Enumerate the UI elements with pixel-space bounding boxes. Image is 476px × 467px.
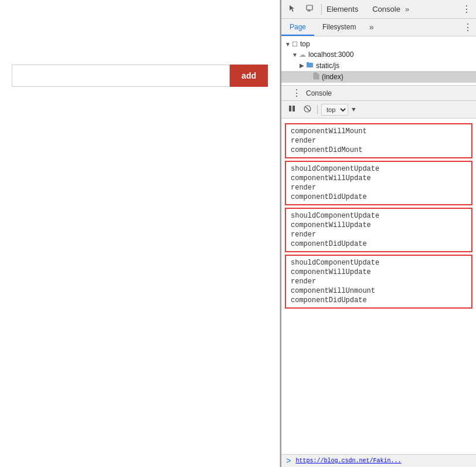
log-entry: shouldComponentUpdate [290, 164, 468, 174]
log-entry: shouldComponentUpdate [290, 258, 468, 268]
log-entry: componentWillUpdate [290, 174, 468, 183]
svg-rect-1 [308, 10, 310, 11]
log-area: componentWillMount render componentDidMo… [281, 119, 476, 454]
devtools-panel: Elements Console » ⋮ Page Filesystem » ⋮… [280, 0, 476, 467]
cloud-icon: ☁ [299, 50, 306, 59]
toolbar-sep [317, 105, 318, 114]
devtools-topbar: Elements Console » ⋮ [281, 0, 476, 19]
input-row: add [12, 65, 268, 87]
tree-label-top: top [300, 40, 310, 48]
log-entry: componentDidUpdate [290, 239, 468, 249]
console-toolbar: top ▼ [281, 101, 476, 119]
tab-more-btn[interactable]: » [364, 19, 378, 36]
log-entry: componentWillMount [290, 127, 468, 136]
responsive-tool-btn[interactable] [304, 3, 317, 15]
svg-rect-2 [289, 106, 291, 111]
log-entry: componentDidUpdate [290, 296, 468, 305]
play-btn[interactable] [286, 104, 298, 115]
log-group-1: componentWillMount render componentDidMo… [285, 123, 472, 158]
tree-label-staticjs: static/js [316, 62, 339, 70]
bottom-url[interactable]: https://blog.csdn.net/Fakin... [295, 458, 401, 464]
console-dots-icon[interactable]: ⋮ [292, 87, 301, 99]
top-folder-icon: ☐ [292, 40, 298, 48]
log-entry: render [290, 230, 468, 239]
log-entry: componentDidUpdate [290, 192, 468, 202]
tree-item-index[interactable]: (index) [281, 71, 476, 83]
log-group-3: shouldComponentUpdate componentWillUpdat… [285, 208, 472, 252]
svg-rect-0 [307, 5, 312, 10]
log-entry: render [290, 136, 468, 145]
log-entry: render [290, 183, 468, 192]
log-entry: componentDidMount [290, 145, 468, 155]
log-entry: componentWillUpdate [290, 268, 468, 277]
context-select[interactable]: top [321, 104, 348, 116]
console-bar: ⋮ Console [281, 86, 476, 101]
tree-item-staticjs[interactable]: ▶ static/js [281, 60, 476, 71]
tree-item-localhost[interactable]: ▼ ☁ localhost:3000 [281, 49, 476, 60]
svg-rect-3 [293, 106, 295, 111]
log-entry: render [290, 277, 468, 286]
devtools-bottom: > https://blog.csdn.net/Fakin... [281, 454, 476, 467]
tab-kebab-btn[interactable]: ⋮ [463, 19, 476, 36]
log-group-2: shouldComponentUpdate componentWillUpdat… [285, 161, 472, 205]
tree-arrow-top: ▼ [284, 41, 292, 48]
svg-line-5 [305, 106, 310, 111]
console-tab[interactable]: Console [372, 5, 400, 13]
tree-label-localhost: localhost:3000 [308, 50, 353, 59]
tab-page[interactable]: Page [281, 19, 314, 36]
tree-arrow-staticjs: ▶ [298, 62, 306, 69]
file-icon-index [313, 72, 319, 82]
block-btn[interactable] [301, 104, 314, 116]
devtools-secondary-tabs: Page Filesystem » ⋮ [281, 19, 476, 36]
more-tabs-btn[interactable]: » [405, 5, 409, 13]
file-tree: ▼ ☐ top ▼ ☁ localhost:3000 ▶ static/js [281, 36, 476, 86]
log-entry: componentWillUpdate [290, 221, 468, 230]
folder-icon-staticjs [306, 61, 314, 70]
log-entry: componentWillUnmount [290, 286, 468, 296]
tree-arrow-localhost: ▼ [291, 52, 299, 58]
context-dropdown-arrow[interactable]: ▼ [352, 106, 356, 113]
tab-filesystem[interactable]: Filesystem [314, 19, 364, 36]
text-input[interactable] [12, 65, 230, 87]
elements-tab[interactable]: Elements [327, 5, 358, 13]
console-label: Console [306, 89, 332, 97]
devtools-kebab-btn[interactable]: ⋮ [462, 4, 471, 15]
log-entry: shouldComponentUpdate [290, 211, 468, 221]
add-button[interactable]: add [230, 65, 268, 87]
left-panel: add [0, 0, 280, 467]
cursor-tool-btn[interactable] [286, 3, 299, 15]
console-prompt-icon[interactable]: > [286, 456, 291, 466]
tree-label-index: (index) [322, 73, 344, 81]
separator [321, 4, 322, 15]
tree-item-top[interactable]: ▼ ☐ top [281, 39, 476, 49]
log-group-4: shouldComponentUpdate componentWillUpdat… [285, 255, 472, 309]
